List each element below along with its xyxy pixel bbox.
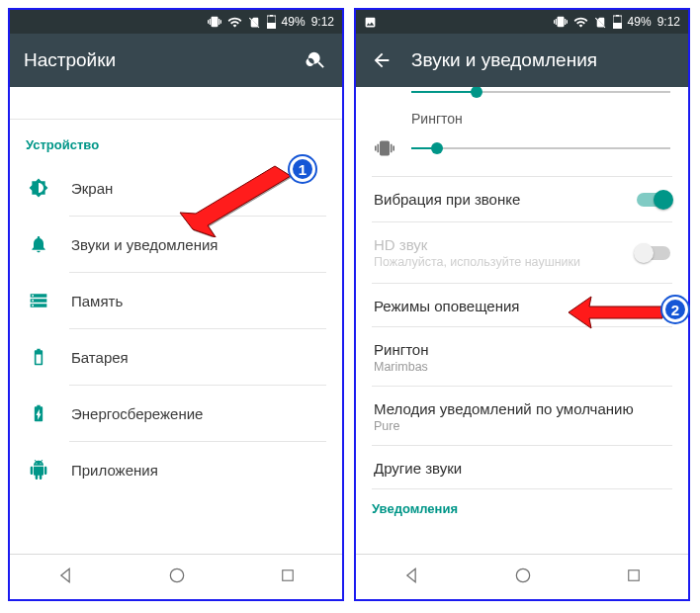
row-label: HD звук <box>374 236 627 253</box>
item-label: Экран <box>71 180 113 197</box>
row-label: Другие звуки <box>374 460 670 477</box>
toggle-switch[interactable] <box>637 193 670 207</box>
android-icon <box>28 459 49 481</box>
item-label: Батарея <box>71 349 129 366</box>
annotation-badge-2: 2 <box>662 297 688 322</box>
navbar <box>356 554 688 599</box>
nav-home[interactable] <box>513 566 533 589</box>
row-hd-sound: HD звук Пожалуйста, используйте наушники <box>356 222 688 283</box>
item-battery[interactable]: Батарея <box>10 329 342 385</box>
item-apps[interactable]: Приложения <box>10 442 342 497</box>
row-default-notif[interactable]: Мелодия уведомлений по умолчанию Pure <box>356 387 688 445</box>
nav-back[interactable] <box>55 566 75 589</box>
power-icon <box>28 402 49 424</box>
annotation-arrow-1 <box>178 158 306 237</box>
row-sub: Пожалуйста, используйте наушники <box>374 255 627 269</box>
row-sub: Pure <box>374 419 670 433</box>
row-label: Мелодия уведомлений по умолчанию <box>374 400 670 417</box>
row-vibrate-on-call[interactable]: Вибрация при звонке <box>356 177 688 221</box>
no-sim-icon <box>248 16 261 29</box>
vibrate-icon <box>208 15 221 29</box>
svg-rect-4 <box>282 569 293 580</box>
nav-home[interactable] <box>167 566 187 589</box>
annotation-badge-1: 1 <box>290 156 315 182</box>
battery-icon <box>613 15 622 29</box>
status-bar: 49% 9:12 <box>10 10 342 34</box>
bell-icon <box>28 233 49 255</box>
appbar: Звуки и уведомления <box>356 34 688 87</box>
row-sub: Marimbas <box>374 360 670 374</box>
svg-rect-2 <box>270 15 273 17</box>
item-storage[interactable]: Память <box>10 273 342 328</box>
navbar <box>10 554 342 599</box>
toggle-switch <box>637 246 670 260</box>
phone-left: 49% 9:12 Настройки Устройство Экран Звук… <box>8 8 344 601</box>
annotation-arrow-2 <box>564 293 672 332</box>
svg-rect-9 <box>628 569 639 580</box>
wifi-icon <box>573 15 588 30</box>
item-power[interactable]: Энергосбережение <box>10 386 342 441</box>
vibrate-icon <box>374 138 395 158</box>
nav-recent[interactable] <box>625 567 643 588</box>
page-title: Настройки <box>24 49 287 71</box>
ringtone-slider-label: Рингтон <box>356 103 688 127</box>
status-bar: 49% 9:12 <box>356 10 688 34</box>
row-other-sounds[interactable]: Другие звуки <box>356 446 688 488</box>
storage-icon <box>28 290 49 311</box>
battery-icon <box>267 15 276 29</box>
svg-rect-7 <box>616 15 619 17</box>
item-label: Приложения <box>71 462 158 479</box>
svg-point-3 <box>170 569 183 581</box>
battery-pct: 49% <box>628 15 652 29</box>
search-icon[interactable] <box>305 48 328 72</box>
svg-point-8 <box>516 569 529 581</box>
svg-rect-6 <box>613 23 622 29</box>
svg-rect-1 <box>267 23 276 29</box>
clock: 9:12 <box>311 15 334 29</box>
settings-list: Устройство Экран Звуки и уведомления Пам… <box>10 87 342 554</box>
clock: 9:12 <box>657 15 680 29</box>
back-arrow-icon[interactable] <box>370 48 394 72</box>
svg-marker-10 <box>180 166 291 237</box>
nav-back[interactable] <box>401 566 421 589</box>
battery-icon <box>28 346 49 368</box>
no-sim-icon <box>594 16 607 29</box>
appbar: Настройки <box>10 34 342 87</box>
section-device: Устройство <box>10 120 342 160</box>
ringtone-slider[interactable] <box>356 127 688 176</box>
page-title: Звуки и уведомления <box>411 49 674 71</box>
vibrate-icon <box>554 15 568 29</box>
media-slider[interactable] <box>356 91 688 103</box>
slider-track[interactable] <box>411 91 670 93</box>
nav-recent[interactable] <box>279 567 297 588</box>
row-label: Рингтон <box>374 341 670 358</box>
slider-track[interactable] <box>411 147 670 149</box>
battery-pct: 49% <box>282 15 306 29</box>
row-label: Вибрация при звонке <box>374 191 627 208</box>
svg-marker-11 <box>569 297 662 328</box>
item-label: Память <box>71 293 123 309</box>
screenshot-icon <box>364 16 377 29</box>
item-label: Звуки и уведомления <box>71 236 218 253</box>
wifi-icon <box>227 15 242 30</box>
brightness-icon <box>28 177 49 199</box>
row-ringtone[interactable]: Рингтон Marimbas <box>356 327 688 386</box>
item-label: Энергосбережение <box>71 405 203 422</box>
section-notifications: Уведомления <box>356 489 688 524</box>
